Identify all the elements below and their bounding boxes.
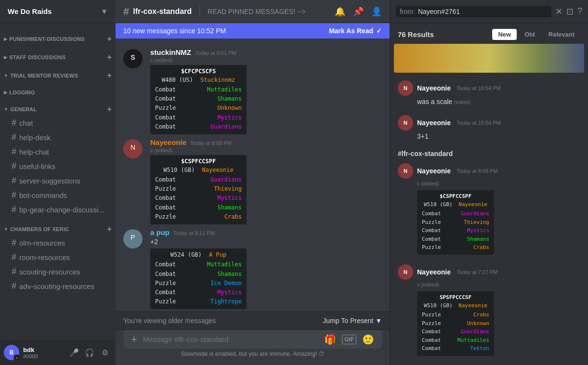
message-input[interactable] [143, 330, 318, 349]
result-text: was a scale (edited) [417, 98, 580, 105]
server-header[interactable]: We Do Raids ▼ [0, 0, 116, 23]
notification-text: 10 new messages since 10:52 PM [123, 27, 226, 35]
table-row: N Nayeeonie Today at 8:08 PM c (edited) … [116, 136, 390, 226]
category-label: GENERAL [10, 106, 37, 112]
channel-help-chat[interactable]: # help-chat [4, 145, 112, 159]
header-icons: 🔔 📌 👤 [335, 6, 382, 17]
category-label: STAFF DISCUSSIONS [9, 54, 65, 60]
channel-name: help-desk [19, 133, 51, 142]
result-time: Today at 10:54 PM [457, 85, 501, 91]
pin-icon[interactable]: 📌 [353, 6, 364, 17]
channel-help-desk[interactable]: # help-desk [4, 130, 112, 144]
chat-input-wrapper: + 🎁 GIF 🙂 [123, 330, 382, 349]
list-item[interactable]: N Nayeeonie Today at 10:54 PM 3+1 [394, 111, 584, 144]
messages-area[interactable]: S stuckinNMZ Today at 8:01 PM c (edited)… [116, 39, 390, 312]
hash-icon: # [12, 132, 16, 143]
notification-bell-icon[interactable]: 🔔 [335, 6, 345, 17]
list-item[interactable]: N Nayeeonie Today at 8:08 PM c (edited) … [394, 159, 584, 259]
channel-hash-icon: # [123, 5, 129, 18]
channel-adv-scouting-resources[interactable]: # adv-scouting-resources [4, 279, 112, 293]
search-results-list: N Nayeeonie Today at 10:54 PM was a scal… [390, 44, 588, 365]
tab-old[interactable]: Old [519, 29, 541, 40]
message-text: +2 [150, 237, 382, 247]
search-channel-label: #lfr-cox-standard [394, 146, 584, 159]
results-tabs: New Old Relevant [492, 29, 580, 40]
message-timestamp: Today at 8:08 PM [190, 140, 232, 146]
channel-olm-resources[interactable]: # olm-resources [4, 236, 112, 250]
chat-header: # lfr-cox-standard READ PINNED MESSAGES!… [116, 0, 390, 23]
server-name: We Do Raids [8, 7, 52, 15]
hash-icon: # [12, 281, 16, 291]
result-author: Nayeeonie [417, 84, 451, 92]
search-results-header: 76 Results New Old Relevant [390, 23, 588, 44]
chevron-icon: ▶ [4, 55, 7, 60]
expand-icon[interactable]: ⊡ [566, 6, 574, 17]
add-content-icon[interactable]: + [131, 333, 137, 346]
channel-scouting-resources[interactable]: # scouting-resources [4, 265, 112, 279]
category-logging[interactable]: ▶ LOGGING [0, 82, 116, 97]
channel-title: lfr-cox-standard [133, 7, 192, 16]
help-icon[interactable]: ? [577, 6, 582, 16]
table-row: P a pup Today at 8:11 PM +2 W524 (GB) A … [116, 226, 390, 312]
emoji-icon[interactable]: 🙂 [362, 334, 374, 345]
older-messages-text: You're viewing older messages [123, 317, 216, 325]
category-general[interactable]: ▼ GENERAL + [0, 97, 116, 116]
chat-input-area: + 🎁 GIF 🙂 Slowmode is enabled, but you a… [116, 330, 390, 365]
result-avatar: N [398, 163, 413, 179]
settings-button[interactable]: ⚙ [98, 346, 112, 359]
result-raid-card: $CSPFCCSPF W510 (GB) Nayeeonie CombatGua… [417, 190, 494, 255]
add-channel-icon[interactable]: + [107, 53, 112, 62]
user-info: bdk #0000 [23, 346, 64, 359]
members-icon[interactable]: 👤 [371, 6, 382, 17]
category-staff-discussions[interactable]: ▶ STAFF DISCUSSIONS + [0, 45, 116, 64]
raid-card: $CFCPCSCFS W480 (US) Stuckinnmz CombatMu… [150, 65, 247, 134]
add-channel-icon[interactable]: + [107, 71, 112, 80]
result-author: Nayeeonie [417, 119, 451, 127]
tab-relevant[interactable]: Relevant [543, 29, 580, 40]
search-label: from: [400, 8, 415, 15]
category-punishment-discussions[interactable]: ▶ PUNISHMENT-DISCUSSIONS + [0, 27, 116, 45]
channel-server-suggestions[interactable]: # server-suggestions [4, 174, 112, 188]
chevron-icon: ▼ [4, 227, 8, 232]
gif-icon[interactable]: GIF [342, 335, 356, 344]
server-chevron-icon: ▼ [101, 7, 108, 15]
channel-bp-gear-change[interactable]: # bp-gear-change-discussi... [4, 203, 112, 217]
add-channel-icon[interactable]: + [107, 225, 112, 234]
channel-useful-links[interactable]: # useful-links [4, 159, 112, 173]
edited-indicator: c (edited) [150, 147, 382, 153]
channel-chat[interactable]: # chat [4, 116, 112, 130]
message-author: stuckinNMZ [150, 48, 191, 56]
category-trial-mentor-reviews[interactable]: ▼ TRIAL MENTOR REVIEWS + [0, 64, 116, 82]
message-content: a pup Today at 8:11 PM +2 W524 (GB) A Pu… [150, 228, 382, 310]
jump-to-present-button[interactable]: Jump To Present ▼ [323, 317, 382, 325]
gift-icon[interactable]: 🎁 [324, 334, 336, 345]
user-avatar-letter: B [10, 349, 14, 356]
deafen-button[interactable]: 🎧 [83, 346, 96, 359]
mute-button[interactable]: 🎤 [67, 346, 81, 359]
list-item[interactable]: N Nayeeonie Today at 10:54 PM was a scal… [394, 77, 584, 109]
channel-name: chat [19, 119, 33, 127]
search-input-box[interactable]: from: Nayeon#2761 [396, 6, 551, 17]
checkmark-icon: ✓ [376, 27, 382, 35]
user-area: B ● bdk #0000 🎤 🎧 ⚙ [0, 340, 116, 365]
channel-bot-commands[interactable]: # bot-commands [4, 188, 112, 202]
main-chat: # lfr-cox-standard READ PINNED MESSAGES!… [116, 0, 390, 365]
category-chambers-of-xeric[interactable]: ▼ CHAMBERS OF XERIC + [0, 217, 116, 235]
result-text: 3+1 [417, 132, 580, 140]
close-search-icon[interactable]: ✕ [555, 6, 562, 17]
search-panel: from: Nayeon#2761 ✕ ⊡ ? 76 Results New O… [390, 0, 588, 365]
list-item[interactable]: N Nayeeonie Today at 7:27 PM c (edited) … [394, 261, 584, 360]
result-image-preview [394, 44, 584, 73]
mark-as-read-button[interactable]: Mark As Read ✓ [329, 27, 382, 35]
hash-icon: # [12, 238, 16, 248]
channel-room-resources[interactable]: # room-resources [4, 250, 112, 264]
tab-new[interactable]: New [492, 29, 517, 40]
add-channel-icon[interactable]: + [107, 105, 112, 114]
edited-indicator: c (edited) [150, 57, 382, 63]
notification-bar: 10 new messages since 10:52 PM Mark As R… [116, 23, 390, 39]
avatar: N [123, 139, 143, 158]
result-card-area: c (edited) SPSFPCCCSF W510 (GB) Nayeeoni… [417, 282, 580, 356]
hash-icon: # [12, 176, 16, 186]
add-channel-icon[interactable]: + [107, 35, 112, 43]
channels-list: ▶ PUNISHMENT-DISCUSSIONS + ▶ STAFF DISCU… [0, 23, 116, 340]
